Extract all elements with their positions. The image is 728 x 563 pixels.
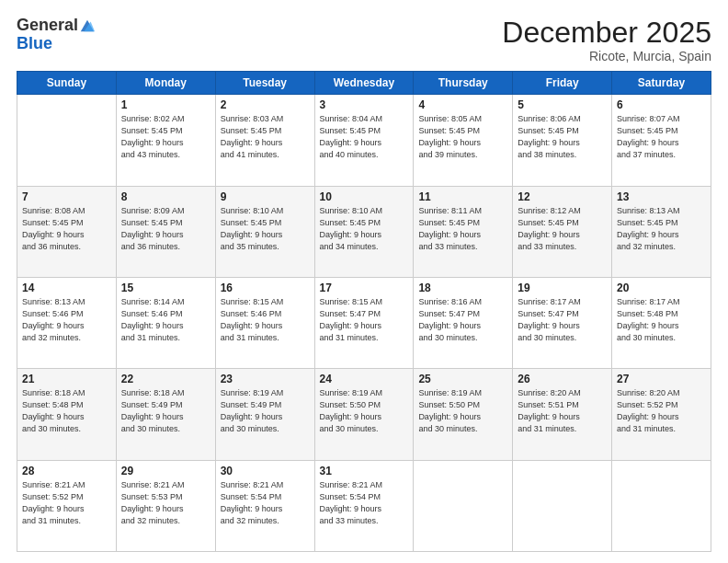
- day-info: Sunrise: 8:21 AMSunset: 5:53 PMDaylight:…: [121, 479, 210, 527]
- table-row: 21Sunrise: 8:18 AMSunset: 5:48 PMDayligh…: [17, 369, 117, 460]
- calendar-week-row: 28Sunrise: 8:21 AMSunset: 5:52 PMDayligh…: [17, 460, 711, 551]
- day-number: 26: [518, 373, 607, 385]
- calendar-table: Sunday Monday Tuesday Wednesday Thursday…: [17, 71, 711, 552]
- table-row: 25Sunrise: 8:19 AMSunset: 5:50 PMDayligh…: [414, 369, 513, 460]
- calendar-week-row: 7Sunrise: 8:08 AMSunset: 5:45 PMDaylight…: [17, 186, 711, 277]
- table-row: 3Sunrise: 8:04 AMSunset: 5:45 PMDaylight…: [314, 95, 414, 186]
- day-info: Sunrise: 8:09 AMSunset: 5:45 PMDaylight:…: [121, 205, 210, 253]
- day-info: Sunrise: 8:16 AMSunset: 5:47 PMDaylight:…: [418, 296, 507, 344]
- table-row: 12Sunrise: 8:12 AMSunset: 5:45 PMDayligh…: [513, 186, 612, 277]
- title-block: December 2025 Ricote, Murcia, Spain: [502, 17, 711, 63]
- day-info: Sunrise: 8:18 AMSunset: 5:49 PMDaylight:…: [121, 387, 210, 435]
- day-number: 14: [22, 282, 111, 294]
- table-row: 19Sunrise: 8:17 AMSunset: 5:47 PMDayligh…: [513, 277, 612, 368]
- table-row: 6Sunrise: 8:07 AMSunset: 5:45 PMDaylight…: [612, 95, 711, 186]
- header: General Blue December 2025 Ricote, Murci…: [17, 17, 711, 63]
- day-info: Sunrise: 8:19 AMSunset: 5:50 PMDaylight:…: [320, 387, 409, 435]
- day-info: Sunrise: 8:21 AMSunset: 5:52 PMDaylight:…: [22, 479, 111, 527]
- day-info: Sunrise: 8:15 AMSunset: 5:47 PMDaylight:…: [320, 296, 409, 344]
- col-sunday: Sunday: [17, 72, 117, 95]
- calendar-week-row: 1Sunrise: 8:02 AMSunset: 5:45 PMDaylight…: [17, 95, 711, 186]
- day-info: Sunrise: 8:21 AMSunset: 5:54 PMDaylight:…: [320, 479, 409, 527]
- day-info: Sunrise: 8:20 AMSunset: 5:52 PMDaylight:…: [617, 387, 706, 435]
- day-number: 4: [418, 98, 507, 111]
- page: General Blue December 2025 Ricote, Murci…: [0, 0, 728, 563]
- table-row: 9Sunrise: 8:10 AMSunset: 5:45 PMDaylight…: [215, 186, 314, 277]
- calendar-week-row: 21Sunrise: 8:18 AMSunset: 5:48 PMDayligh…: [17, 369, 711, 460]
- day-info: Sunrise: 8:12 AMSunset: 5:45 PMDaylight:…: [518, 205, 607, 253]
- day-number: 23: [221, 373, 310, 385]
- table-row: 16Sunrise: 8:15 AMSunset: 5:46 PMDayligh…: [215, 277, 314, 368]
- day-info: Sunrise: 8:10 AMSunset: 5:45 PMDaylight:…: [221, 205, 310, 253]
- day-number: 27: [617, 373, 706, 385]
- day-number: 30: [221, 465, 310, 477]
- table-row: 27Sunrise: 8:20 AMSunset: 5:52 PMDayligh…: [612, 369, 711, 460]
- day-info: Sunrise: 8:21 AMSunset: 5:54 PMDaylight:…: [221, 479, 310, 527]
- col-monday: Monday: [116, 72, 215, 95]
- day-info: Sunrise: 8:03 AMSunset: 5:45 PMDaylight:…: [221, 113, 310, 161]
- table-row: 4Sunrise: 8:05 AMSunset: 5:45 PMDaylight…: [414, 95, 513, 186]
- table-row: 23Sunrise: 8:19 AMSunset: 5:49 PMDayligh…: [215, 369, 314, 460]
- day-info: Sunrise: 8:19 AMSunset: 5:50 PMDaylight:…: [418, 387, 507, 435]
- day-number: 3: [320, 98, 409, 111]
- table-row: 18Sunrise: 8:16 AMSunset: 5:47 PMDayligh…: [414, 277, 513, 368]
- day-number: 12: [518, 190, 607, 203]
- col-thursday: Thursday: [414, 72, 513, 95]
- day-number: 18: [418, 282, 507, 294]
- day-info: Sunrise: 8:07 AMSunset: 5:45 PMDaylight:…: [617, 113, 706, 161]
- col-saturday: Saturday: [612, 72, 711, 95]
- table-row: [612, 460, 711, 551]
- day-info: Sunrise: 8:17 AMSunset: 5:47 PMDaylight:…: [518, 296, 607, 344]
- month-title: December 2025: [502, 17, 711, 49]
- table-row: 26Sunrise: 8:20 AMSunset: 5:51 PMDayligh…: [513, 369, 612, 460]
- day-number: 17: [320, 282, 409, 294]
- table-row: 15Sunrise: 8:14 AMSunset: 5:46 PMDayligh…: [116, 277, 215, 368]
- table-row: [513, 460, 612, 551]
- day-info: Sunrise: 8:13 AMSunset: 5:45 PMDaylight:…: [617, 205, 706, 253]
- day-info: Sunrise: 8:13 AMSunset: 5:46 PMDaylight:…: [22, 296, 111, 344]
- day-number: 28: [22, 465, 111, 477]
- day-info: Sunrise: 8:06 AMSunset: 5:45 PMDaylight:…: [518, 113, 607, 161]
- day-number: 19: [518, 282, 607, 294]
- day-number: 20: [617, 282, 706, 294]
- table-row: [17, 95, 117, 186]
- day-number: 9: [221, 190, 310, 203]
- day-info: Sunrise: 8:17 AMSunset: 5:48 PMDaylight:…: [617, 296, 706, 344]
- day-number: 7: [22, 190, 111, 203]
- day-number: 5: [518, 98, 607, 111]
- day-info: Sunrise: 8:08 AMSunset: 5:45 PMDaylight:…: [22, 205, 111, 253]
- day-number: 31: [320, 465, 409, 477]
- table-row: 17Sunrise: 8:15 AMSunset: 5:47 PMDayligh…: [314, 277, 414, 368]
- day-number: 22: [121, 373, 210, 385]
- col-friday: Friday: [513, 72, 612, 95]
- day-number: 6: [617, 98, 706, 111]
- col-tuesday: Tuesday: [215, 72, 314, 95]
- table-row: 1Sunrise: 8:02 AMSunset: 5:45 PMDaylight…: [116, 95, 215, 186]
- day-number: 15: [121, 282, 210, 294]
- day-info: Sunrise: 8:14 AMSunset: 5:46 PMDaylight:…: [121, 296, 210, 344]
- day-number: 13: [617, 190, 706, 203]
- day-number: 16: [221, 282, 310, 294]
- logo-general: General: [17, 17, 78, 35]
- day-number: 1: [121, 98, 210, 111]
- day-info: Sunrise: 8:15 AMSunset: 5:46 PMDaylight:…: [221, 296, 310, 344]
- day-number: 11: [418, 190, 507, 203]
- logo: General Blue: [17, 17, 96, 53]
- day-info: Sunrise: 8:10 AMSunset: 5:45 PMDaylight:…: [320, 205, 409, 253]
- table-row: 28Sunrise: 8:21 AMSunset: 5:52 PMDayligh…: [17, 460, 117, 551]
- table-row: 5Sunrise: 8:06 AMSunset: 5:45 PMDaylight…: [513, 95, 612, 186]
- day-info: Sunrise: 8:04 AMSunset: 5:45 PMDaylight:…: [320, 113, 409, 161]
- day-info: Sunrise: 8:05 AMSunset: 5:45 PMDaylight:…: [418, 113, 507, 161]
- location: Ricote, Murcia, Spain: [502, 49, 711, 63]
- day-number: 8: [121, 190, 210, 203]
- table-row: 24Sunrise: 8:19 AMSunset: 5:50 PMDayligh…: [314, 369, 414, 460]
- logo-blue: Blue: [17, 34, 52, 52]
- day-info: Sunrise: 8:18 AMSunset: 5:48 PMDaylight:…: [22, 387, 111, 435]
- table-row: 20Sunrise: 8:17 AMSunset: 5:48 PMDayligh…: [612, 277, 711, 368]
- day-info: Sunrise: 8:20 AMSunset: 5:51 PMDaylight:…: [518, 387, 607, 435]
- table-row: 31Sunrise: 8:21 AMSunset: 5:54 PMDayligh…: [314, 460, 414, 551]
- logo-icon: [79, 17, 96, 34]
- day-number: 29: [121, 465, 210, 477]
- table-row: 29Sunrise: 8:21 AMSunset: 5:53 PMDayligh…: [116, 460, 215, 551]
- col-wednesday: Wednesday: [314, 72, 414, 95]
